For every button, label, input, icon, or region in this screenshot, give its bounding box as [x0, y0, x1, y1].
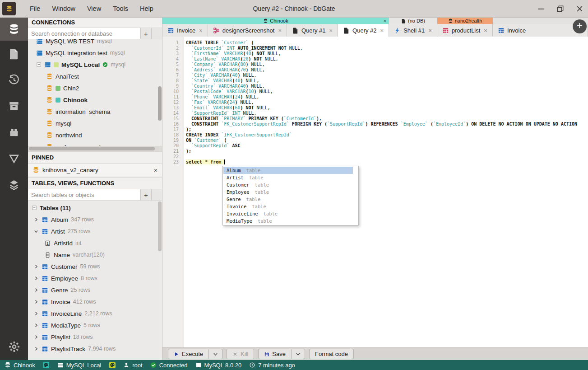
connection-item-chinook[interactable]: Chinook	[28, 94, 162, 106]
object-item-playlist[interactable]: Playlist18 rows	[28, 331, 162, 343]
close-tab-icon[interactable]: ×	[199, 27, 203, 34]
autocomplete-item-customer[interactable]: Customertable	[223, 181, 353, 188]
connection-item-mysql-local[interactable]: MySQL Localmysql	[28, 59, 162, 70]
object-item-name[interactable]: Namevarchar(120)	[28, 249, 162, 261]
collapse-expander[interactable]	[36, 62, 42, 67]
status-theme-chip[interactable]	[109, 362, 116, 369]
tab-shell-1[interactable]: Shell #1×	[389, 24, 437, 37]
execute-button[interactable]: Execute	[168, 349, 209, 359]
object-item-tables-11[interactable]: Tables (11)	[28, 202, 162, 214]
unpin-icon[interactable]: ×	[154, 167, 157, 174]
activitybar-files[interactable]	[0, 41, 28, 67]
refresh-objects-button[interactable]	[151, 189, 162, 200]
object-item-genre[interactable]: Genre25 rows	[28, 284, 162, 296]
restore-button[interactable]	[556, 5, 564, 13]
status-root[interactable]: root	[123, 362, 142, 369]
object-item-customer[interactable]: Customer59 rows	[28, 261, 162, 272]
close-group-icon[interactable]: ×	[384, 18, 386, 24]
object-item-invoice[interactable]: Invoice412 rows	[28, 296, 162, 308]
activitybar-archive[interactable]	[0, 93, 28, 119]
connections-scrollbar-thumb[interactable]	[158, 86, 162, 121]
chevron-down-icon[interactable]	[33, 229, 39, 234]
activitybar-layers[interactable]	[0, 172, 28, 198]
format-code-button[interactable]: Format code	[309, 349, 354, 359]
tab-productlist[interactable]: productList×	[437, 24, 493, 37]
tab-query-2[interactable]: Query #2×	[338, 24, 389, 37]
object-item-employee[interactable]: Employee8 rows	[28, 272, 162, 284]
new-tab-button[interactable]: +	[573, 19, 587, 33]
close-tab-icon[interactable]: ×	[278, 27, 282, 34]
add-connection-button[interactable]: +	[140, 28, 151, 39]
connections-hscrollbar[interactable]	[28, 146, 162, 151]
chevron-right-icon[interactable]	[33, 264, 39, 269]
autocomplete-item-mediatype[interactable]: MediaTypetable	[223, 217, 353, 225]
chevron-right-icon[interactable]	[33, 299, 39, 304]
object-item-playlisttrack[interactable]: PlaylistTrack7,994 rows	[28, 343, 162, 355]
activitybar-database[interactable]	[0, 18, 28, 41]
autocomplete-item-employee[interactable]: Employeetable	[223, 188, 353, 196]
menu-tools[interactable]: Tools	[107, 0, 134, 17]
object-item-invoiceline[interactable]: InvoiceLine2,212 rows	[28, 308, 162, 319]
refresh-connections-button[interactable]	[151, 28, 162, 39]
connection-item-information-schema[interactable]: information_schema	[28, 106, 162, 117]
connection-item-mysql-integration-test[interactable]: MySQL integration testmysql	[28, 47, 162, 59]
connections-hscrollbar-thumb[interactable]	[29, 147, 155, 150]
close-button[interactable]	[576, 5, 583, 13]
chevron-right-icon[interactable]	[33, 217, 39, 222]
chevron-right-icon[interactable]	[33, 276, 39, 281]
object-item-mediatype[interactable]: MediaType5 rows	[28, 319, 162, 331]
activitybar-plugins[interactable]	[0, 119, 28, 145]
menu-view[interactable]: View	[81, 0, 107, 17]
activitybar-history[interactable]	[0, 67, 28, 93]
tab-designerscreenshot[interactable]: designerScreenshot×	[208, 24, 287, 37]
objects-search-input[interactable]	[28, 189, 140, 200]
activitybar-filter[interactable]	[0, 145, 28, 172]
chevron-right-icon[interactable]	[33, 334, 39, 340]
close-tab-icon[interactable]: ×	[380, 27, 384, 34]
minimize-button[interactable]	[537, 5, 545, 13]
status-mysql-8-0-20[interactable]: MySQL 8.0.20	[195, 362, 242, 369]
tab-group-band-no-db[interactable]: (no DB)	[389, 18, 437, 24]
autocomplete-item-invoiceline[interactable]: InvoiceLinetable	[223, 210, 353, 217]
connection-item-analtest[interactable]: AnalTest	[28, 70, 162, 82]
save-button[interactable]: Save	[258, 349, 292, 359]
object-item-artistid[interactable]: 1ArtistIdint	[28, 237, 162, 249]
status-7-minutes-ago[interactable]: 7 minutes ago	[249, 362, 295, 369]
close-tab-icon[interactable]: ×	[484, 27, 487, 34]
tab-query-1[interactable]: Query #1×	[287, 24, 338, 37]
autocomplete-item-album[interactable]: Albumtable	[223, 167, 353, 174]
connection-item-northwind[interactable]: northwind	[28, 129, 162, 141]
menu-file[interactable]: File	[24, 0, 46, 17]
object-item-album[interactable]: Album347 rows	[28, 214, 162, 225]
chevron-right-icon[interactable]	[33, 311, 39, 316]
autocomplete-item-artist[interactable]: Artisttable	[223, 174, 353, 181]
connection-item-mysql[interactable]: mysql	[28, 117, 162, 129]
close-tab-icon[interactable]: ×	[329, 27, 333, 34]
add-object-button[interactable]: +	[140, 189, 151, 200]
tab-group-band-nano2health[interactable]: nano2health	[437, 18, 493, 24]
chevron-right-icon[interactable]	[33, 323, 39, 328]
chevron-right-icon[interactable]	[33, 287, 39, 293]
status-connected[interactable]: Connected	[150, 362, 188, 369]
chevron-right-icon[interactable]	[33, 346, 39, 351]
status-theme-chip[interactable]	[43, 362, 50, 369]
objects-scrollbar-thumb[interactable]	[158, 201, 162, 251]
menu-help[interactable]: Help	[134, 0, 159, 17]
autocomplete-item-invoice[interactable]: Invoicetable	[223, 203, 353, 210]
activitybar-settings[interactable]	[0, 336, 28, 357]
tab-group-band-chinook[interactable]: Chinook×	[162, 18, 389, 24]
connections-search-input[interactable]	[28, 28, 140, 39]
connection-item-mysql-wb-test[interactable]: MySQL WB TESTmysql	[28, 39, 162, 47]
autocomplete-item-genre[interactable]: Genretable	[223, 196, 353, 203]
status-mysql-local[interactable]: MySQL Local	[57, 362, 102, 369]
collapse-expander[interactable]	[32, 205, 37, 211]
save-dropdown-button[interactable]	[292, 349, 305, 359]
menu-window[interactable]: Window	[46, 0, 81, 17]
pinned-item-knihovna-v2-canary[interactable]: knihovna_v2_canary×	[28, 164, 162, 177]
execute-dropdown-button[interactable]	[209, 349, 222, 359]
connection-item-chin2[interactable]: Chin2	[28, 82, 162, 94]
object-item-artist[interactable]: Artist275 rows	[28, 225, 162, 237]
tab-invoice[interactable]: Invoice×	[162, 24, 208, 37]
status-chinook[interactable]: Chinook	[5, 362, 35, 369]
close-tab-icon[interactable]: ×	[428, 27, 432, 34]
